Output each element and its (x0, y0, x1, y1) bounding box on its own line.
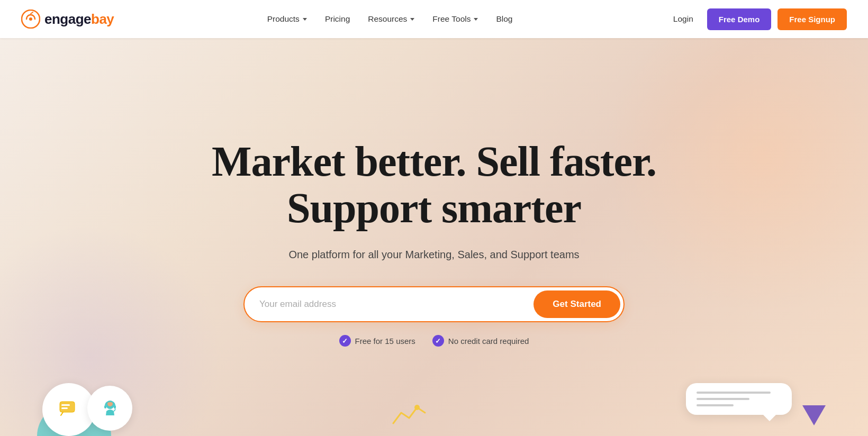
check-icon-no-credit-card (432, 335, 444, 347)
logo-icon (21, 10, 40, 29)
nav-item-blog[interactable]: Blog (489, 10, 520, 28)
trust-badge-free-users: Free for 15 users (339, 335, 415, 347)
chat-icon (57, 397, 81, 422)
nav-item-products[interactable]: Products (260, 10, 314, 28)
hero-headline: Market better. Sell faster. Support smar… (212, 138, 656, 231)
logo[interactable]: engagebay (21, 10, 114, 29)
hero-section: Market better. Sell faster. Support smar… (0, 38, 868, 436)
nav-link-resources[interactable]: Resources (360, 10, 422, 28)
right-floating-icons (686, 383, 826, 436)
free-demo-button[interactable]: Free Demo (707, 8, 772, 30)
nav-item-free-tools[interactable]: Free Tools (425, 10, 485, 28)
speech-bubble (686, 383, 792, 415)
nav-link-pricing[interactable]: Pricing (318, 10, 357, 28)
svg-point-11 (414, 405, 420, 410)
svg-line-2 (31, 12, 33, 14)
get-started-button[interactable]: Get Started (534, 290, 620, 318)
navbar: engagebay Products Pricing Resources Fre… (0, 0, 868, 38)
nav-actions: Login Free Demo Free Signup (666, 8, 847, 30)
nav-links: Products Pricing Resources Free Tools Bl… (260, 10, 520, 28)
check-icon-free-users (339, 335, 351, 347)
bubble-line-3 (697, 404, 734, 406)
email-input[interactable] (259, 299, 534, 310)
bubble-lines (697, 392, 781, 406)
purple-triangle-decoration (802, 405, 826, 425)
nav-link-free-tools[interactable]: Free Tools (425, 10, 485, 28)
trust-badge-no-credit-card: No credit card required (432, 335, 529, 347)
svg-point-1 (29, 17, 32, 21)
svg-rect-5 (61, 404, 70, 406)
yellow-graph-icon (391, 402, 428, 429)
free-signup-button[interactable]: Free Signup (777, 8, 847, 30)
svg-rect-6 (61, 407, 68, 409)
bubble-line-2 (697, 398, 749, 400)
hero-content: Market better. Sell faster. Support smar… (212, 138, 656, 347)
bottom-center-decoration (391, 402, 428, 431)
left-floating-icons (42, 383, 132, 436)
floating-icons (0, 383, 868, 436)
nav-link-products[interactable]: Products (260, 10, 314, 28)
trust-badges: Free for 15 users No credit card require… (212, 335, 656, 347)
bubble-line-1 (697, 392, 771, 394)
chevron-down-icon (474, 18, 478, 21)
nav-item-resources[interactable]: Resources (360, 10, 422, 28)
svg-rect-4 (60, 402, 75, 412)
support-agent-icon (98, 396, 122, 421)
svg-rect-9 (104, 405, 106, 408)
logo-text: engagebay (44, 11, 114, 28)
chevron-down-icon (410, 18, 414, 21)
hero-subheadline: One platform for all your Marketing, Sal… (212, 246, 656, 263)
nav-item-pricing[interactable]: Pricing (318, 10, 357, 28)
support-icon-circle (87, 386, 132, 431)
chevron-down-icon (303, 18, 307, 21)
email-form: Get Started (243, 286, 625, 322)
nav-link-blog[interactable]: Blog (489, 10, 520, 28)
login-link[interactable]: Login (666, 10, 701, 28)
